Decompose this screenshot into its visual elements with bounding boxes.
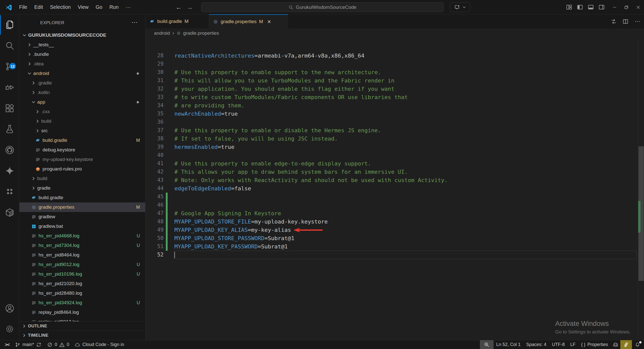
notifications-bell[interactable] bbox=[632, 340, 643, 349]
section-header-outline[interactable]: OUTLINE bbox=[19, 321, 145, 331]
tree-file-hs_err_pid8464.log[interactable]: hs_err_pid8464.log bbox=[19, 250, 145, 260]
encoding-item[interactable]: UTF-8 bbox=[549, 340, 567, 349]
code-editor[interactable]: 28reactNativeArchitectures=armeabi-v7a,a… bbox=[145, 38, 644, 340]
tree-file-build.gradle[interactable]: build.gradle bbox=[19, 193, 145, 202]
tree-file-build.gradle[interactable]: build.gradleM bbox=[19, 136, 145, 145]
editor-scrollbar[interactable] bbox=[638, 38, 644, 340]
breadcrumb-file[interactable]: gradle.properties bbox=[183, 30, 219, 36]
git-branch-item[interactable]: main* bbox=[12, 340, 44, 349]
cursor-position-item[interactable]: Ln 52, Col 1 bbox=[494, 340, 523, 349]
code-line-29[interactable]: 29 bbox=[145, 60, 644, 68]
remote-indicator[interactable]: >< bbox=[2, 340, 12, 349]
activity-item-testing[interactable] bbox=[0, 119, 19, 140]
code-line-44[interactable]: 44edgeToEdgeEnabled=false bbox=[145, 184, 644, 193]
toggle-primary-sidebar-button[interactable] bbox=[577, 4, 583, 11]
menu-go[interactable]: Go bbox=[92, 4, 106, 10]
tree-file-gradlew[interactable]: gradlew bbox=[19, 212, 145, 222]
tree-file-hs_err_pid28480.log[interactable]: hs_err_pid28480.log bbox=[19, 288, 145, 298]
tree-file-my-upload-key.keystore[interactable]: my-upload-key.keystore bbox=[19, 155, 145, 164]
code-line-42[interactable]: 42# This allows your app to draw behind … bbox=[145, 168, 644, 176]
code-line-34[interactable]: 34# are providing them. bbox=[145, 101, 644, 110]
tree-folder-__tests__[interactable]: __tests__ bbox=[19, 40, 145, 50]
activity-item-cloud-squares[interactable] bbox=[0, 181, 19, 202]
tree-file-gradlew.bat[interactable]: gradlew.bat bbox=[19, 222, 145, 231]
split-editor-button[interactable] bbox=[622, 18, 629, 25]
tree-file-hs_err_pid34924.log[interactable]: hs_err_pid34924.logU bbox=[19, 298, 145, 308]
code-line-37[interactable]: 37# Use this property to enable or disab… bbox=[145, 126, 644, 135]
activity-item-run-debug[interactable] bbox=[0, 77, 19, 98]
tree-file-replay_pid8464.log[interactable]: replay_pid8464.log bbox=[19, 308, 145, 317]
code-line-46[interactable]: 46 bbox=[145, 201, 644, 209]
tree-folder-.gradle[interactable]: .gradle bbox=[19, 78, 145, 88]
activity-item-account[interactable] bbox=[0, 298, 19, 319]
tab-gradle.properties[interactable]: gradle.propertiesM✕ bbox=[209, 14, 288, 28]
tree-file-gradle.properties[interactable]: gradle.propertiesM bbox=[19, 202, 145, 212]
tree-folder-build[interactable]: build bbox=[19, 116, 145, 126]
menu-run[interactable]: Run bbox=[106, 4, 122, 10]
code-line-38[interactable]: 38# If set to false, you will be using J… bbox=[145, 135, 644, 143]
explorer-more-actions-button[interactable]: ⋯ bbox=[131, 19, 137, 26]
tree-file-debug.keystore[interactable]: debug.keystore bbox=[19, 145, 145, 155]
tree-folder-.idea[interactable]: .idea bbox=[19, 59, 145, 69]
copilot-status-item[interactable] bbox=[611, 340, 620, 349]
tree-folder-.kotlin[interactable]: .kotlin bbox=[19, 88, 145, 97]
tree-folder-app[interactable]: app bbox=[19, 97, 145, 107]
cloud-code-signin[interactable]: Cloud Code - Sign in bbox=[72, 340, 127, 349]
copilot-chat-button[interactable] bbox=[450, 2, 470, 12]
activity-item-explorer[interactable] bbox=[0, 14, 19, 35]
language-mode-item[interactable]: { } Properties bbox=[578, 340, 611, 349]
code-line-41[interactable]: 41# Use this property to enable edge-to-… bbox=[145, 159, 644, 168]
code-line-50[interactable]: 50MYAPP_UPLOAD_STORE_PASSWORD=Subrat@1 bbox=[145, 234, 644, 242]
tab-close-button[interactable]: ✕ bbox=[267, 19, 271, 25]
close-button[interactable] bbox=[632, 0, 644, 14]
code-line-45[interactable]: 45 bbox=[145, 193, 644, 201]
tree-file-hs_err_pid9012.log[interactable]: hs_err_pid9012.logU bbox=[19, 260, 145, 269]
menu-view[interactable]: View bbox=[74, 4, 92, 10]
tree-folder-GURUKULWISDOMSOURCECODE[interactable]: GURUKULWISDOMSOURCECODE bbox=[19, 30, 145, 40]
code-line-31[interactable]: 31# This will allow you to use TurboModu… bbox=[145, 76, 644, 85]
code-line-51[interactable]: 51MYAPP_UPLOAD_KEY_PASSWORD=Subrat@1 bbox=[145, 242, 644, 251]
activity-item-search[interactable] bbox=[0, 35, 19, 56]
code-line-49[interactable]: 49MYAPP_UPLOAD_KEY_ALIAS=my-key-alias bbox=[145, 226, 644, 234]
tree-folder-.bundle[interactable]: .bundle bbox=[19, 50, 145, 59]
code-line-30[interactable]: 30# Use this property to enable support … bbox=[145, 68, 644, 76]
code-line-36[interactable]: 36 bbox=[145, 118, 644, 126]
problems-item[interactable]: 0 0 bbox=[44, 340, 72, 349]
inline-suggestions-disabled-item[interactable] bbox=[620, 340, 632, 349]
tree-folder-build[interactable]: build bbox=[19, 174, 145, 183]
tree-file-hs_err_pid10196.log[interactable]: hs_err_pid10196.logU bbox=[19, 269, 145, 279]
code-line-32[interactable]: 32# your application. You should enable … bbox=[145, 85, 644, 93]
zoom-indicator[interactable] bbox=[480, 340, 494, 349]
tree-file-proguard-rules.pro[interactable]: proguard-rules.pro bbox=[19, 164, 145, 174]
activity-item-source-control[interactable]: 12 bbox=[0, 56, 19, 77]
breadcrumb-folder[interactable]: android bbox=[154, 30, 170, 36]
tree-file-hs_err_pid7304.log[interactable]: hs_err_pid7304.logU bbox=[19, 241, 145, 250]
activity-item-github[interactable] bbox=[0, 140, 19, 160]
tree-folder-gradle[interactable]: gradle bbox=[19, 183, 145, 193]
tree-folder-android[interactable]: android bbox=[19, 69, 145, 78]
open-changes-button[interactable] bbox=[611, 18, 617, 25]
restore-button[interactable] bbox=[620, 0, 632, 14]
tree-file-hs_err_pid4668.log[interactable]: hs_err_pid4668.logU bbox=[19, 231, 145, 241]
eol-item[interactable]: LF bbox=[567, 340, 578, 349]
code-line-35[interactable]: 35newArchEnabled=true bbox=[145, 110, 644, 118]
activity-item-gemini-sparkle[interactable] bbox=[0, 160, 19, 181]
forward-button[interactable]: → bbox=[187, 4, 193, 11]
command-center-search[interactable]: GurukulWisdomSourceCode bbox=[201, 2, 444, 12]
code-line-40[interactable]: 40 bbox=[145, 151, 644, 159]
menu-edit[interactable]: Edit bbox=[31, 4, 46, 10]
indentation-item[interactable]: Spaces: 4 bbox=[523, 340, 549, 349]
tree-folder-src[interactable]: src bbox=[19, 126, 145, 136]
code-line-48[interactable]: 48MYAPP_UPLOAD_STORE_FILE=my-upload-key.… bbox=[145, 217, 644, 226]
code-line-28[interactable]: 28reactNativeArchitectures=armeabi-v7a,a… bbox=[145, 52, 644, 60]
code-line-43[interactable]: 43# Note: Only works with ReactActivity … bbox=[145, 176, 644, 184]
tab-build.gradle[interactable]: build.gradleM bbox=[145, 14, 209, 28]
toggle-panel-button[interactable] bbox=[587, 4, 594, 11]
back-button[interactable]: ← bbox=[176, 4, 182, 11]
activity-item-extensions[interactable] bbox=[0, 98, 19, 119]
tree-file-hs_err_pid21020.log[interactable]: hs_err_pid21020.log bbox=[19, 279, 145, 288]
activity-item-settings-gear[interactable] bbox=[0, 319, 19, 339]
menu-[interactable]: ··· bbox=[122, 4, 134, 10]
activity-item-package-box[interactable] bbox=[0, 202, 19, 223]
minimize-button[interactable] bbox=[609, 0, 620, 14]
